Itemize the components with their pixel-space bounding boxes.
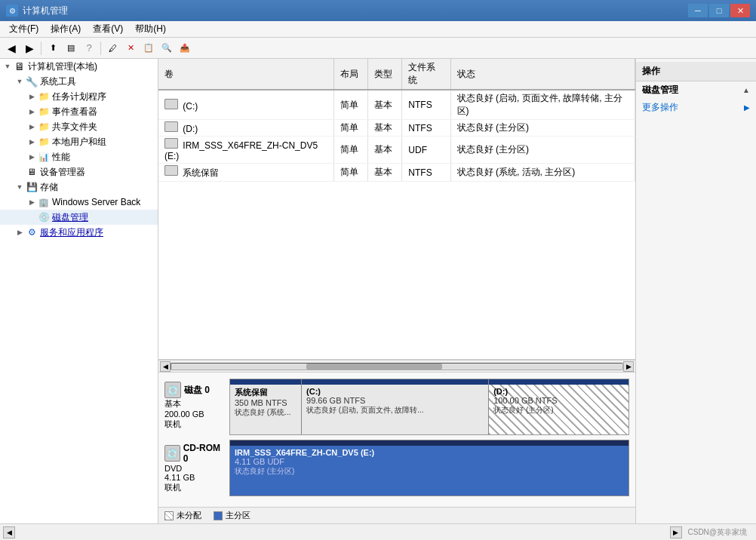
partition-name-d: (D:) xyxy=(493,387,624,396)
expand-performance[interactable]: ▶ xyxy=(26,153,38,161)
toolbar-btn5[interactable]: 🖊 xyxy=(104,40,121,57)
disk-partition-c[interactable]: (C:) 99.66 GB NTFS 状态良好 (启动, 页面文件, 故障转..… xyxy=(302,379,489,434)
tree-item-task-scheduler[interactable]: ▶ 📁 任务计划程序 xyxy=(0,89,158,104)
partition-header-sys xyxy=(230,379,301,385)
toolbar-view[interactable]: ▤ xyxy=(63,40,79,57)
disk-0-label: 💿 磁盘 0 基本 200.00 GB 联机 xyxy=(164,379,225,435)
expand-winsrv[interactable]: ▶ xyxy=(26,198,38,206)
vol-type-sys: 基本 xyxy=(368,164,402,182)
legend-unallocated: 未分配 xyxy=(164,510,201,521)
toolbar-properties[interactable]: 📋 xyxy=(140,40,157,57)
scroll-left-btn[interactable]: ◀ xyxy=(160,361,171,372)
tree-item-windows-server-backup[interactable]: ▶ 🏢 Windows Server Back xyxy=(0,195,158,210)
toolbar-delete[interactable]: ✕ xyxy=(122,40,139,57)
expand-storage[interactable]: ▼ xyxy=(14,183,26,191)
vol-layout-d: 简单 xyxy=(334,120,368,137)
partition-status-sys: 状态良好 (系统... xyxy=(235,407,297,418)
tree-system-tools-label: 系统工具 xyxy=(40,75,76,88)
services-icon: ⚙ xyxy=(26,226,38,238)
col-volume: 卷 xyxy=(158,59,334,90)
menu-action[interactable]: 操作(A) xyxy=(45,21,87,37)
disk-icon-c xyxy=(164,99,178,109)
toolbar-help[interactable]: ? xyxy=(81,40,97,57)
menu-file[interactable]: 文件(F) xyxy=(3,21,45,37)
task-scheduler-icon: 📁 xyxy=(38,91,50,103)
toolbar-forward[interactable]: ▶ xyxy=(21,40,38,57)
partition-size-e: 4.11 GB UDF xyxy=(235,457,624,466)
scroll-right-btn[interactable]: ▶ xyxy=(623,361,634,372)
volume-table: 卷 布局 类型 文件系统 状态 (C:) 简单 基本 xyxy=(158,59,635,182)
tree-item-system-tools[interactable]: ▼ 🔧 系统工具 xyxy=(0,74,158,89)
expand-services[interactable]: ▶ xyxy=(14,229,26,236)
menu-bar: 文件(F) 操作(A) 查看(V) 帮助(H) xyxy=(0,21,756,38)
toolbar-back[interactable]: ◀ xyxy=(3,40,20,57)
expand-shared-folders[interactable]: ▶ xyxy=(26,123,38,130)
disk-icon-d xyxy=(164,121,178,132)
toolbar: ◀ ▶ ⬆ ▤ ? 🖊 ✕ 📋 🔍 📤 xyxy=(0,38,756,59)
cdrom-0-partitions: IRM_SSS_X64FRE_ZH-CN_DV5 (E:) 4.11 GB UD… xyxy=(229,440,629,496)
disk-partition-d[interactable]: (D:) 100.00 GB NTFS 状态良好 (主分区) xyxy=(489,379,628,434)
content-area: 卷 布局 类型 文件系统 状态 (C:) 简单 基本 xyxy=(158,59,635,523)
tree-item-local-users[interactable]: ▶ 📁 本地用户和组 xyxy=(0,134,158,149)
expand-root[interactable]: ▼ xyxy=(2,63,14,70)
legend-primary-box xyxy=(214,511,223,520)
tree-shared-folders-label: 共享文件夹 xyxy=(52,121,97,133)
partition-name-c: (C:) xyxy=(306,387,484,396)
tree-item-storage[interactable]: ▼ 💾 存储 xyxy=(0,179,158,195)
table-row[interactable]: IRM_SSS_X64FRE_ZH-CN_DV5 (E:) 简单 基本 UDF … xyxy=(158,137,635,164)
disk-0-icon: 💿 xyxy=(164,382,181,398)
scroll-right-status[interactable]: ▶ xyxy=(670,526,682,538)
menu-view[interactable]: 查看(V) xyxy=(87,21,129,37)
toolbar-refresh[interactable]: 🔍 xyxy=(158,40,175,57)
tree-event-viewer-label: 事件查看器 xyxy=(52,106,97,118)
expand-system-tools[interactable]: ▼ xyxy=(14,78,26,85)
tree-item-device-manager[interactable]: 🖥 设备管理器 xyxy=(0,164,158,179)
tree-item-services[interactable]: ▶ ⚙ 服务和应用程序 xyxy=(0,225,158,240)
tree-item-performance[interactable]: ▶ 📊 性能 xyxy=(0,149,158,164)
close-button[interactable]: ✕ xyxy=(730,4,750,17)
legend-bar: 未分配 主分区 xyxy=(158,507,635,523)
system-tools-icon: 🔧 xyxy=(26,75,38,87)
table-row[interactable]: 系统保留 简单 基本 NTFS 状态良好 (系统, 活动, 主分区) xyxy=(158,164,635,182)
ops-more-actions[interactable]: 更多操作 ▶ xyxy=(636,99,756,116)
tree-item-root[interactable]: ▼ 🖥 计算机管理(本地) xyxy=(0,59,158,74)
winsrv-icon: 🏢 xyxy=(38,196,50,208)
tree-performance-label: 性能 xyxy=(52,151,70,164)
toolbar-export[interactable]: 📤 xyxy=(177,40,193,57)
menu-help[interactable]: 帮助(H) xyxy=(129,21,172,37)
volume-table-area: 卷 布局 类型 文件系统 状态 (C:) 简单 基本 xyxy=(158,59,635,360)
partition-size-sys: 350 MB NTFS xyxy=(235,398,297,407)
scroll-left-status[interactable]: ◀ xyxy=(3,526,15,538)
cdrom-0-label: 💿 CD-ROM 0 DVD 4.11 GB 联机 xyxy=(164,440,225,496)
horizontal-scrollbar[interactable]: ◀ ▶ xyxy=(158,360,635,372)
ops-title: 操作 xyxy=(636,62,756,81)
col-status: 状态 xyxy=(450,59,635,90)
tree-disk-management-label: 磁盘管理 xyxy=(52,211,88,224)
maximize-button[interactable]: □ xyxy=(709,4,729,17)
tree-local-users-label: 本地用户和组 xyxy=(52,136,106,149)
table-row[interactable]: (D:) 简单 基本 NTFS 状态良好 (主分区) xyxy=(158,120,635,137)
tree-item-event-viewer[interactable]: ▶ 📁 事件查看器 xyxy=(0,104,158,119)
event-viewer-icon: 📁 xyxy=(38,106,50,118)
scroll-thumb[interactable] xyxy=(306,364,441,370)
scroll-track[interactable] xyxy=(171,363,623,370)
expand-local-users[interactable]: ▶ xyxy=(26,138,38,146)
vol-status-e: 状态良好 (主分区) xyxy=(450,137,635,164)
partition-status-c: 状态良好 (启动, 页面文件, 故障转... xyxy=(306,405,484,416)
partition-status-e: 状态良好 (主分区) xyxy=(235,466,624,477)
title-bar-title: 计算机管理 xyxy=(23,5,68,17)
cdrom-partition-e[interactable]: IRM_SSS_X64FRE_ZH-CN_DV5 (E:) 4.11 GB UD… xyxy=(230,440,628,496)
toolbar-up[interactable]: ⬆ xyxy=(45,40,61,57)
tree-item-shared-folders[interactable]: ▶ 📁 共享文件夹 xyxy=(0,119,158,134)
ops-collapse-icon[interactable]: ▲ xyxy=(742,86,750,94)
disk-partition-sysreserved[interactable]: 系统保留 350 MB NTFS 状态良好 (系统... xyxy=(230,379,302,434)
tree-item-disk-management[interactable]: 💿 磁盘管理 xyxy=(0,210,158,225)
expand-task-scheduler[interactable]: ▶ xyxy=(26,93,38,100)
expand-event-viewer[interactable]: ▶ xyxy=(26,108,38,115)
ops-arrow-icon: ▶ xyxy=(744,103,750,112)
disk-0-row: 💿 磁盘 0 基本 200.00 GB 联机 系统保留 350 MB NTFS … xyxy=(164,379,629,435)
minimize-button[interactable]: ─ xyxy=(688,4,708,17)
vol-fs-sys: NTFS xyxy=(402,164,450,182)
col-layout: 布局 xyxy=(334,59,368,90)
table-row[interactable]: (C:) 简单 基本 NTFS 状态良好 (启动, 页面文件, 故障转储, 主分… xyxy=(158,90,635,120)
